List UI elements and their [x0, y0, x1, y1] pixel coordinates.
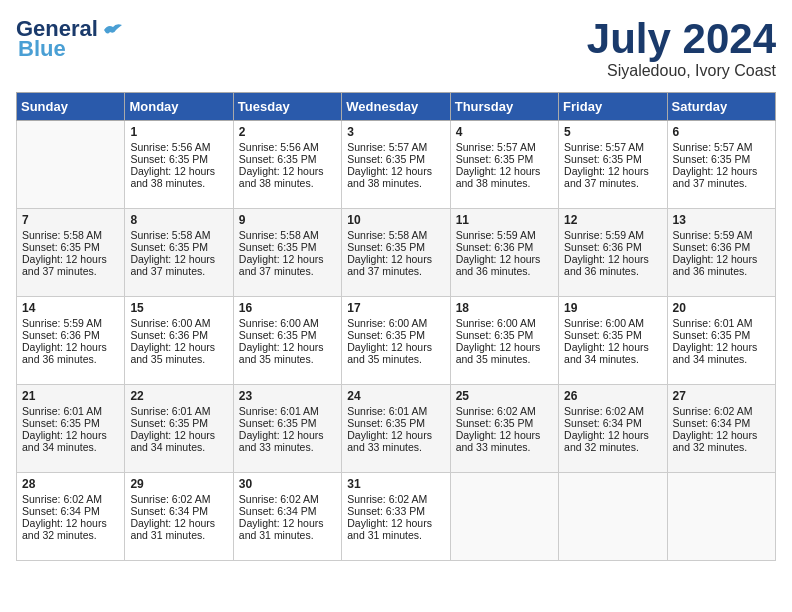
daylight-text: Daylight: 12 hours and 37 minutes. [673, 165, 758, 189]
sunrise-text: Sunrise: 5:58 AM [347, 229, 427, 241]
sunset-text: Sunset: 6:34 PM [673, 417, 751, 429]
calendar-cell: 23Sunrise: 6:01 AMSunset: 6:35 PMDayligh… [233, 385, 341, 473]
day-number: 25 [456, 389, 553, 403]
sunrise-text: Sunrise: 5:58 AM [239, 229, 319, 241]
calendar-cell: 31Sunrise: 6:02 AMSunset: 6:33 PMDayligh… [342, 473, 450, 561]
weekday-header: Sunday [17, 93, 125, 121]
sunrise-text: Sunrise: 6:02 AM [673, 405, 753, 417]
calendar-cell: 2Sunrise: 5:56 AMSunset: 6:35 PMDaylight… [233, 121, 341, 209]
calendar-week-row: 14Sunrise: 5:59 AMSunset: 6:36 PMDayligh… [17, 297, 776, 385]
logo-bird-icon [102, 22, 124, 38]
weekday-header: Wednesday [342, 93, 450, 121]
calendar-cell: 1Sunrise: 5:56 AMSunset: 6:35 PMDaylight… [125, 121, 233, 209]
sunrise-text: Sunrise: 6:00 AM [564, 317, 644, 329]
sunset-text: Sunset: 6:35 PM [347, 417, 425, 429]
daylight-text: Daylight: 12 hours and 37 minutes. [564, 165, 649, 189]
sunset-text: Sunset: 6:35 PM [239, 241, 317, 253]
calendar-week-row: 7Sunrise: 5:58 AMSunset: 6:35 PMDaylight… [17, 209, 776, 297]
sunrise-text: Sunrise: 5:58 AM [22, 229, 102, 241]
day-number: 30 [239, 477, 336, 491]
weekday-header: Thursday [450, 93, 558, 121]
sunrise-text: Sunrise: 5:57 AM [673, 141, 753, 153]
sunset-text: Sunset: 6:36 PM [130, 329, 208, 341]
sunrise-text: Sunrise: 5:59 AM [564, 229, 644, 241]
calendar-cell: 27Sunrise: 6:02 AMSunset: 6:34 PMDayligh… [667, 385, 775, 473]
weekday-header: Friday [559, 93, 667, 121]
daylight-text: Daylight: 12 hours and 37 minutes. [239, 253, 324, 277]
day-number: 16 [239, 301, 336, 315]
title-area: July 2024 Siyaledouo, Ivory Coast [587, 16, 776, 80]
sunset-text: Sunset: 6:35 PM [456, 153, 534, 165]
calendar-cell: 4Sunrise: 5:57 AMSunset: 6:35 PMDaylight… [450, 121, 558, 209]
daylight-text: Daylight: 12 hours and 36 minutes. [456, 253, 541, 277]
sunrise-text: Sunrise: 5:57 AM [564, 141, 644, 153]
calendar-week-row: 28Sunrise: 6:02 AMSunset: 6:34 PMDayligh… [17, 473, 776, 561]
sunset-text: Sunset: 6:35 PM [456, 329, 534, 341]
day-number: 6 [673, 125, 770, 139]
daylight-text: Daylight: 12 hours and 38 minutes. [239, 165, 324, 189]
sunrise-text: Sunrise: 6:02 AM [347, 493, 427, 505]
day-number: 20 [673, 301, 770, 315]
sunset-text: Sunset: 6:36 PM [673, 241, 751, 253]
daylight-text: Daylight: 12 hours and 36 minutes. [564, 253, 649, 277]
calendar-week-row: 21Sunrise: 6:01 AMSunset: 6:35 PMDayligh… [17, 385, 776, 473]
sunset-text: Sunset: 6:33 PM [347, 505, 425, 517]
sunset-text: Sunset: 6:36 PM [456, 241, 534, 253]
calendar-cell: 18Sunrise: 6:00 AMSunset: 6:35 PMDayligh… [450, 297, 558, 385]
sunset-text: Sunset: 6:35 PM [130, 153, 208, 165]
daylight-text: Daylight: 12 hours and 36 minutes. [673, 253, 758, 277]
sunset-text: Sunset: 6:35 PM [347, 241, 425, 253]
daylight-text: Daylight: 12 hours and 31 minutes. [347, 517, 432, 541]
calendar-cell: 28Sunrise: 6:02 AMSunset: 6:34 PMDayligh… [17, 473, 125, 561]
weekday-header: Saturday [667, 93, 775, 121]
daylight-text: Daylight: 12 hours and 38 minutes. [130, 165, 215, 189]
sunset-text: Sunset: 6:35 PM [239, 329, 317, 341]
daylight-text: Daylight: 12 hours and 32 minutes. [673, 429, 758, 453]
daylight-text: Daylight: 12 hours and 34 minutes. [673, 341, 758, 365]
location-title: Siyaledouo, Ivory Coast [587, 62, 776, 80]
day-number: 2 [239, 125, 336, 139]
daylight-text: Daylight: 12 hours and 34 minutes. [564, 341, 649, 365]
day-number: 14 [22, 301, 119, 315]
calendar-cell: 22Sunrise: 6:01 AMSunset: 6:35 PMDayligh… [125, 385, 233, 473]
calendar-cell: 9Sunrise: 5:58 AMSunset: 6:35 PMDaylight… [233, 209, 341, 297]
daylight-text: Daylight: 12 hours and 31 minutes. [130, 517, 215, 541]
sunset-text: Sunset: 6:35 PM [130, 417, 208, 429]
sunset-text: Sunset: 6:35 PM [673, 153, 751, 165]
calendar-cell: 25Sunrise: 6:02 AMSunset: 6:35 PMDayligh… [450, 385, 558, 473]
calendar-body: 1Sunrise: 5:56 AMSunset: 6:35 PMDaylight… [17, 121, 776, 561]
calendar-cell: 26Sunrise: 6:02 AMSunset: 6:34 PMDayligh… [559, 385, 667, 473]
sunrise-text: Sunrise: 6:01 AM [239, 405, 319, 417]
sunset-text: Sunset: 6:35 PM [347, 153, 425, 165]
daylight-text: Daylight: 12 hours and 33 minutes. [347, 429, 432, 453]
daylight-text: Daylight: 12 hours and 33 minutes. [239, 429, 324, 453]
daylight-text: Daylight: 12 hours and 35 minutes. [456, 341, 541, 365]
day-number: 31 [347, 477, 444, 491]
day-number: 15 [130, 301, 227, 315]
page-header: General Blue July 2024 Siyaledouo, Ivory… [16, 16, 776, 80]
sunset-text: Sunset: 6:34 PM [22, 505, 100, 517]
sunset-text: Sunset: 6:35 PM [673, 329, 751, 341]
daylight-text: Daylight: 12 hours and 35 minutes. [239, 341, 324, 365]
calendar-cell: 11Sunrise: 5:59 AMSunset: 6:36 PMDayligh… [450, 209, 558, 297]
calendar-cell: 10Sunrise: 5:58 AMSunset: 6:35 PMDayligh… [342, 209, 450, 297]
calendar-cell: 12Sunrise: 5:59 AMSunset: 6:36 PMDayligh… [559, 209, 667, 297]
day-number: 24 [347, 389, 444, 403]
day-number: 7 [22, 213, 119, 227]
daylight-text: Daylight: 12 hours and 37 minutes. [347, 253, 432, 277]
calendar-cell: 13Sunrise: 5:59 AMSunset: 6:36 PMDayligh… [667, 209, 775, 297]
sunset-text: Sunset: 6:35 PM [22, 417, 100, 429]
calendar-cell: 16Sunrise: 6:00 AMSunset: 6:35 PMDayligh… [233, 297, 341, 385]
logo: General Blue [16, 16, 124, 62]
sunrise-text: Sunrise: 6:00 AM [239, 317, 319, 329]
sunset-text: Sunset: 6:35 PM [564, 329, 642, 341]
weekday-header: Tuesday [233, 93, 341, 121]
calendar-cell: 15Sunrise: 6:00 AMSunset: 6:36 PMDayligh… [125, 297, 233, 385]
day-number: 12 [564, 213, 661, 227]
sunrise-text: Sunrise: 6:02 AM [22, 493, 102, 505]
calendar-cell: 17Sunrise: 6:00 AMSunset: 6:35 PMDayligh… [342, 297, 450, 385]
day-number: 17 [347, 301, 444, 315]
sunrise-text: Sunrise: 6:00 AM [130, 317, 210, 329]
calendar-cell: 6Sunrise: 5:57 AMSunset: 6:35 PMDaylight… [667, 121, 775, 209]
sunrise-text: Sunrise: 5:59 AM [673, 229, 753, 241]
